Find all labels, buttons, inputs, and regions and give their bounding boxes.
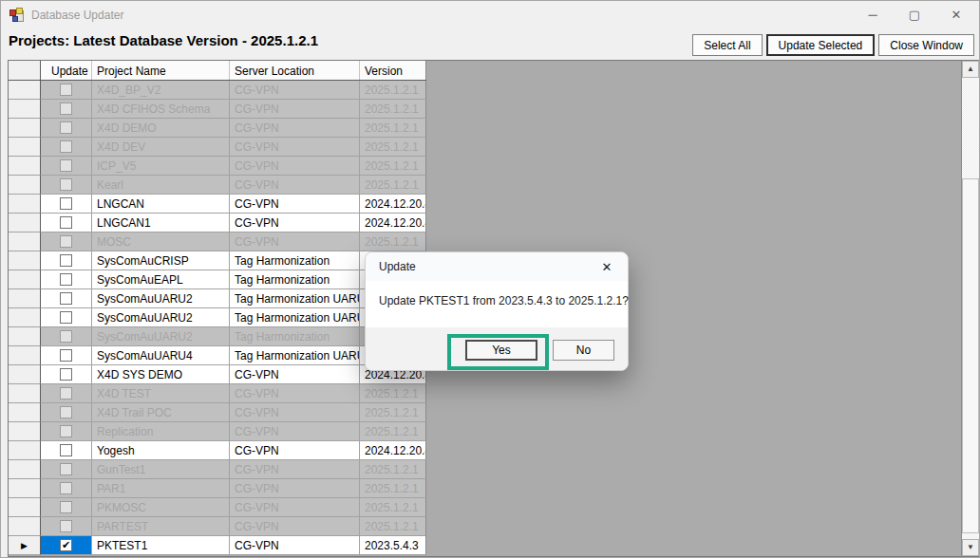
update-cell[interactable] (41, 422, 92, 441)
row-header-cell[interactable] (9, 119, 41, 138)
update-cell[interactable] (41, 100, 92, 119)
update-checkbox[interactable] (60, 387, 72, 400)
table-row[interactable]: X4D Trail POC CG-VPN 2025.1.2.1 (9, 403, 426, 422)
update-cell[interactable] (41, 138, 92, 157)
table-row[interactable]: LNGCAN1 CG-VPN 2024.12.20.4 (9, 214, 426, 232)
no-button[interactable]: No (553, 340, 614, 361)
table-row[interactable]: Yogesh CG-VPN 2024.12.20.4 (9, 441, 426, 460)
table-row[interactable]: LNGCAN CG-VPN 2024.12.20.4 (9, 195, 426, 214)
column-header-version[interactable]: Version (360, 61, 426, 80)
update-cell[interactable] (41, 289, 92, 308)
table-row[interactable]: ICP_V5 CG-VPN 2025.1.2.1 (9, 157, 426, 176)
table-row[interactable]: SysComAuUARU2 Tag Harmonization (9, 327, 426, 346)
scroll-up-icon[interactable]: ▲ (962, 61, 979, 78)
row-header-cell[interactable] (9, 365, 41, 384)
update-selected-button[interactable]: Update Selected (766, 34, 876, 56)
table-row[interactable]: PAR1 CG-VPN 2025.1.2.1 (9, 479, 426, 498)
row-header-cell[interactable] (9, 81, 41, 100)
update-cell[interactable] (41, 460, 92, 479)
update-checkbox[interactable] (60, 482, 72, 494)
row-header-cell[interactable] (9, 138, 41, 157)
update-checkbox[interactable] (60, 84, 72, 96)
yes-button[interactable]: Yes (465, 340, 537, 361)
table-row[interactable]: X4D DEV CG-VPN 2025.1.2.1 (9, 138, 426, 157)
row-header-cell[interactable] (9, 289, 41, 308)
table-row[interactable]: GunTest1 CG-VPN 2025.1.2.1 (9, 460, 426, 479)
maximize-icon[interactable]: ▢ (894, 1, 935, 29)
update-cell[interactable] (41, 119, 92, 138)
table-row[interactable]: PARTEST CG-VPN 2025.1.2.1 (9, 517, 426, 536)
table-row[interactable]: SysComAuCRISP Tag Harmonization (9, 251, 426, 270)
row-header-cell[interactable] (9, 403, 41, 422)
update-cell[interactable] (41, 81, 92, 100)
row-header-cell[interactable] (9, 214, 41, 232)
minimize-icon[interactable]: ─ (852, 1, 894, 29)
update-cell[interactable] (41, 195, 92, 214)
update-checkbox[interactable] (60, 311, 72, 324)
row-header-cell[interactable] (9, 327, 41, 346)
table-row[interactable]: MOSC CG-VPN 2025.1.2.1 (9, 232, 426, 251)
update-checkbox[interactable] (60, 254, 72, 267)
close-icon[interactable]: ✕ (935, 1, 977, 29)
row-header-cell[interactable] (9, 460, 41, 479)
update-cell[interactable] (41, 346, 92, 365)
update-checkbox[interactable] (60, 197, 72, 210)
update-cell[interactable] (41, 270, 92, 289)
update-checkbox[interactable] (60, 368, 72, 381)
update-cell[interactable] (41, 384, 92, 403)
row-header-cell[interactable] (9, 308, 41, 327)
table-row[interactable]: SysComAuUARU4 Tag Harmonization UARU4 (9, 346, 426, 365)
update-checkbox[interactable]: ✔ (60, 539, 72, 551)
table-row[interactable]: Kearl CG-VPN 2025.1.2.1 (9, 176, 426, 195)
row-header-cell[interactable] (9, 232, 41, 251)
update-checkbox[interactable] (60, 140, 72, 153)
update-checkbox[interactable] (60, 292, 72, 305)
update-checkbox[interactable] (60, 501, 72, 513)
update-checkbox[interactable] (60, 463, 72, 475)
update-cell[interactable] (41, 308, 92, 327)
table-row[interactable]: X4D DEMO CG-VPN 2025.1.2.1 (9, 119, 426, 138)
update-cell[interactable] (41, 403, 92, 422)
table-row[interactable]: X4D_BP_V2 CG-VPN 2025.1.2.1 (9, 81, 426, 100)
update-checkbox[interactable] (60, 159, 72, 172)
row-header-cell[interactable] (9, 384, 41, 403)
update-cell[interactable] (41, 251, 92, 270)
table-row[interactable]: X4D CFIHOS Schema CG-VPN 2025.1.2.1 (9, 100, 426, 119)
column-header-server-location[interactable]: Server Location (230, 61, 360, 80)
update-checkbox[interactable] (60, 178, 72, 191)
dialog-close-icon[interactable]: ✕ (597, 258, 616, 277)
vertical-scrollbar[interactable]: ▲ ▼ (961, 61, 979, 556)
scrollbar-thumb[interactable] (962, 178, 979, 533)
row-header-cell[interactable] (9, 270, 41, 289)
row-header-cell[interactable] (9, 157, 41, 176)
update-cell[interactable] (41, 441, 92, 460)
row-header-cell[interactable] (9, 346, 41, 365)
update-checkbox[interactable] (60, 216, 72, 229)
update-cell[interactable] (41, 479, 92, 498)
row-header-cell[interactable] (9, 441, 41, 460)
table-row[interactable]: SysComAuEAPL Tag Harmonization (9, 270, 426, 289)
update-checkbox[interactable] (60, 102, 72, 115)
update-cell[interactable] (41, 157, 92, 176)
update-checkbox[interactable] (60, 121, 72, 134)
update-checkbox[interactable] (60, 235, 72, 248)
row-header-cell[interactable] (9, 479, 41, 498)
update-cell[interactable] (41, 232, 92, 251)
update-cell[interactable]: ✔ (41, 536, 92, 555)
scroll-down-icon[interactable]: ▼ (962, 539, 979, 556)
update-cell[interactable] (41, 498, 92, 517)
row-header-cell[interactable] (9, 517, 41, 536)
row-header-cell[interactable]: ▶ (9, 536, 41, 555)
close-window-button[interactable]: Close Window (878, 34, 974, 56)
update-checkbox[interactable] (60, 349, 72, 362)
row-header-cell[interactable] (9, 422, 41, 441)
update-cell[interactable] (41, 517, 92, 536)
table-row[interactable]: SysComAuUARU2 Tag Harmonization UARU3 (9, 289, 426, 308)
update-checkbox[interactable] (60, 406, 72, 418)
row-header-cell[interactable] (9, 100, 41, 119)
row-header-cell[interactable] (9, 195, 41, 214)
update-checkbox[interactable] (60, 520, 72, 532)
table-row[interactable]: X4D TEST CG-VPN 2025.1.2.1 (9, 384, 426, 403)
update-checkbox[interactable] (60, 444, 72, 456)
column-header-project-name[interactable]: Project Name (92, 61, 230, 80)
